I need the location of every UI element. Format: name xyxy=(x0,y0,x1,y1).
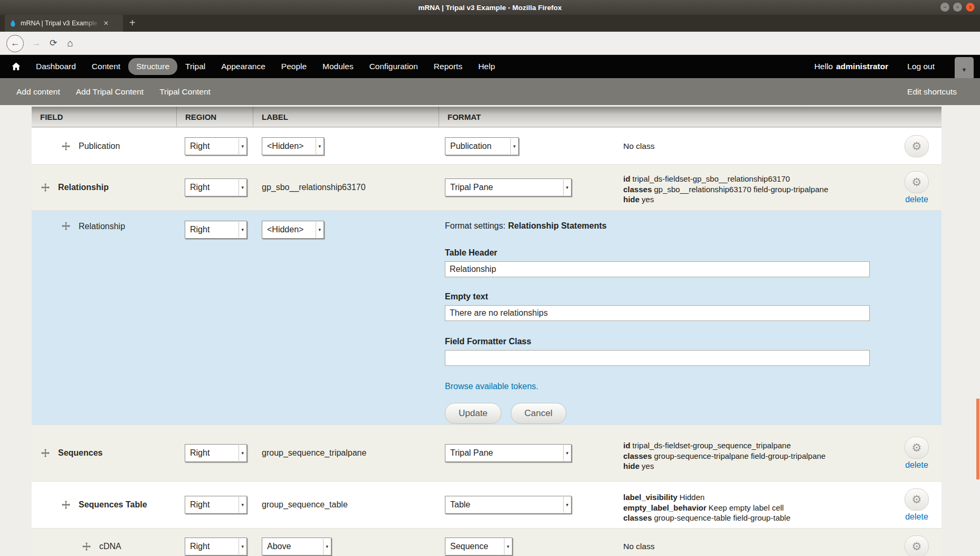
username: administrator xyxy=(836,62,888,71)
chevron-down-icon: ▾ xyxy=(239,180,244,195)
field-name: Sequences Table xyxy=(79,500,147,510)
scrollbar-thumb[interactable] xyxy=(976,399,979,479)
field-name: Publication xyxy=(79,142,120,151)
drag-handle-icon[interactable] xyxy=(41,183,50,192)
drag-handle-icon[interactable] xyxy=(62,501,70,509)
label-select[interactable]: Above▾ xyxy=(262,538,331,555)
browser-tab[interactable]: mRNA | Tripal v3 Example ✕ xyxy=(5,15,123,32)
chevron-down-icon: ▾ xyxy=(239,497,244,513)
format-summary: No class xyxy=(623,141,654,152)
menu-item-help[interactable]: Help xyxy=(470,58,503,75)
chevron-down-icon: ▾ xyxy=(239,222,244,238)
region-select[interactable]: Right▾ xyxy=(185,496,247,514)
format-summary: No class xyxy=(623,541,654,552)
menu-item-content[interactable]: Content xyxy=(84,58,128,75)
settings-gear-button[interactable]: ⚙ xyxy=(905,135,929,157)
delete-link[interactable]: delete xyxy=(905,460,928,470)
chevron-down-icon: ▾ xyxy=(239,445,244,461)
format-settings-form: Format settings:Relationship Statements … xyxy=(445,221,870,424)
menu-item-structure[interactable]: Structure xyxy=(128,58,177,75)
menu-item-tripal[interactable]: Tripal xyxy=(177,58,213,75)
chevron-down-icon: ▾ xyxy=(510,138,516,154)
machine-name-label: gp_sbo__relationship63170 xyxy=(262,183,366,192)
format-summary: label_visibilityHidden empty_label_behav… xyxy=(623,492,791,523)
page-content: FIELD REGION LABEL FORMAT Publication Ri… xyxy=(0,105,980,556)
tab-close-icon[interactable]: ✕ xyxy=(103,20,109,27)
menu-item-modules[interactable]: Modules xyxy=(315,58,361,75)
close-icon[interactable]: x xyxy=(966,3,975,12)
settings-gear-button[interactable]: ⚙ xyxy=(905,488,929,511)
format-select[interactable]: Tripal Pane▾ xyxy=(445,178,572,196)
format-select[interactable]: Publication▾ xyxy=(445,137,519,155)
region-select[interactable]: Right▾ xyxy=(185,538,247,555)
table-row: Sequences Table Right▾ group_sequence_ta… xyxy=(32,481,941,528)
scrollbar-track[interactable] xyxy=(975,210,980,556)
shortcuts-bar: Add content Add Tripal Content Tripal Co… xyxy=(0,78,980,105)
chevron-down-icon: ▾ xyxy=(563,497,568,513)
empty-text-input[interactable] xyxy=(445,305,870,321)
menu-item-reports[interactable]: Reports xyxy=(426,58,470,75)
field-name: Sequences xyxy=(58,448,102,458)
region-select[interactable]: Right▾ xyxy=(185,137,247,155)
edit-shortcuts-link[interactable]: Edit shortcuts xyxy=(907,87,957,97)
home-button[interactable]: ⌂ xyxy=(63,36,77,50)
tab-bar: mRNA | Tripal v3 Example ✕ + xyxy=(0,15,980,32)
format-select[interactable]: Sequence▾ xyxy=(445,538,512,555)
minimize-icon[interactable]: − xyxy=(940,3,949,12)
chevron-down-icon: ▾ xyxy=(239,138,244,154)
chevron-down-icon: ▾ xyxy=(563,180,568,195)
settings-gear-button[interactable]: ⚙ xyxy=(905,171,929,193)
reload-button[interactable]: ⟳ xyxy=(46,36,60,50)
chevron-down-icon: ▾ xyxy=(316,138,321,154)
menu-item-appearance[interactable]: Appearance xyxy=(213,58,273,75)
table-row: cDNA Right▾ Above▾ Sequence▾ No class ⚙ xyxy=(32,528,941,556)
settings-gear-button[interactable]: ⚙ xyxy=(905,535,929,556)
drupal-favicon xyxy=(9,20,17,27)
region-select[interactable]: Right▾ xyxy=(185,221,247,239)
shortcut-add-content[interactable]: Add content xyxy=(16,87,60,97)
chevron-down-icon: ▾ xyxy=(563,445,568,461)
shortcut-tripal-content[interactable]: Tripal Content xyxy=(159,87,211,97)
column-header-label: LABEL xyxy=(253,107,439,127)
empty-text-label: Empty text xyxy=(445,292,870,301)
machine-name-label: group_sequence_table xyxy=(262,500,348,509)
format-summary: idtripal_ds-fieldset-gp_sbo__relationshi… xyxy=(623,174,828,205)
format-select[interactable]: Table▾ xyxy=(445,496,572,514)
delete-link[interactable]: delete xyxy=(905,512,928,522)
region-select[interactable]: Right▾ xyxy=(185,444,247,462)
cancel-button[interactable]: Cancel xyxy=(511,403,566,424)
shortcut-add-tripal-content[interactable]: Add Tripal Content xyxy=(76,87,144,97)
table-row: Relationship Right▾ gp_sbo__relationship… xyxy=(32,164,941,210)
menu-item-dashboard[interactable]: Dashboard xyxy=(28,58,84,75)
drag-handle-icon[interactable] xyxy=(41,449,50,457)
manage-display-table: FIELD REGION LABEL FORMAT Publication Ri… xyxy=(32,107,941,556)
label-select[interactable]: <Hidden>▾ xyxy=(262,137,324,155)
window-title: mRNA | Tripal v3 Example - Mozilla Firef… xyxy=(418,4,562,12)
delete-link[interactable]: delete xyxy=(905,195,928,204)
maximize-icon[interactable]: ▫ xyxy=(953,3,962,12)
field-name: Relationship xyxy=(79,222,125,231)
admin-home-icon[interactable] xyxy=(12,62,21,71)
back-button[interactable]: ← xyxy=(6,35,24,52)
menu-item-people[interactable]: People xyxy=(273,58,315,75)
browse-tokens-link[interactable]: Browse available tokens. xyxy=(445,382,538,391)
table-row: Publication Right▾ <Hidden>▾ Publication… xyxy=(32,127,941,164)
table-header-input[interactable] xyxy=(445,261,870,277)
field-formatter-class-input[interactable] xyxy=(445,350,870,366)
window-titlebar: mRNA | Tripal v3 Example - Mozilla Firef… xyxy=(0,0,980,15)
machine-name-label: group_sequence_tripalpane xyxy=(262,448,366,457)
label-select[interactable]: <Hidden>▾ xyxy=(262,221,324,239)
region-select[interactable]: Right▾ xyxy=(185,178,247,196)
settings-gear-button[interactable]: ⚙ xyxy=(905,437,929,459)
update-button[interactable]: Update xyxy=(445,403,501,424)
forward-button[interactable]: → xyxy=(30,36,43,50)
format-select[interactable]: Tripal Pane▾ xyxy=(445,444,572,462)
format-summary: idtripal_ds-fieldset-group_sequence_trip… xyxy=(623,440,825,472)
new-tab-button[interactable]: + xyxy=(123,15,142,32)
menu-item-configuration[interactable]: Configuration xyxy=(361,58,426,75)
chevron-down-icon: ▾ xyxy=(316,222,321,238)
logout-link[interactable]: Log out xyxy=(907,62,935,71)
drag-handle-icon[interactable] xyxy=(62,222,70,230)
drag-handle-icon[interactable] xyxy=(62,142,70,150)
drag-handle-icon[interactable] xyxy=(82,542,91,551)
